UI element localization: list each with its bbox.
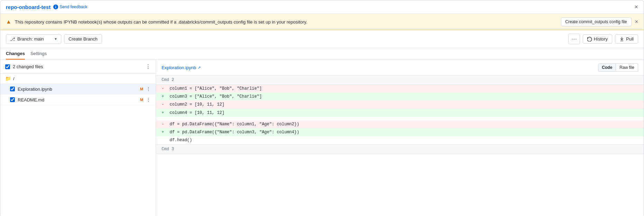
header: repo-onboard-test Send feedback × — [0, 0, 644, 14]
diff-prefix — [162, 137, 167, 144]
external-link-icon: ↗ — [198, 65, 201, 70]
file-more-exploration[interactable]: ⋮ — [146, 86, 151, 92]
toolbar: ⎇ Branch: main ▼ Create Branch ⋯ History… — [0, 30, 644, 48]
chevron-down-icon: ▼ — [54, 37, 57, 41]
pull-label: Pull — [626, 36, 634, 42]
file-checkbox-readme[interactable] — [10, 97, 15, 102]
diff-text: column3 = ["Alice", "Bob", "Charlie"] — [167, 93, 262, 100]
diff-text: column4 = [10, 11, 12] — [167, 110, 225, 116]
tab-changes[interactable]: Changes — [6, 48, 25, 60]
create-branch-button[interactable]: Create Branch — [64, 34, 102, 44]
send-feedback-label: Send feedback — [60, 4, 87, 9]
banner-close-button[interactable]: × — [635, 19, 638, 25]
diff-prefix: - — [162, 86, 167, 92]
main-window: repo-onboard-test Send feedback × ▲ This… — [0, 0, 644, 216]
history-label: History — [594, 36, 608, 42]
diff-line: + column3 = ["Alice", "Bob", "Charlie"] — [156, 93, 644, 101]
diff-content: Cmd 2 - column1 = ["Alice", "Bob", "Char… — [156, 75, 644, 154]
diff-prefix: + — [162, 110, 167, 116]
tab-settings[interactable]: Settings — [30, 48, 47, 60]
diff-line: df.head() — [156, 136, 644, 144]
branch-icon: ⎇ — [10, 36, 15, 42]
diff-text: column2 = [10, 11, 12] — [167, 101, 225, 108]
diff-prefix: + — [162, 93, 167, 100]
folder-row: 📁 / — [0, 74, 156, 84]
diff-text: df = pd.DataFrame({"Name": column1, "Age… — [167, 121, 299, 128]
file-name-readme: README.md — [18, 97, 137, 102]
file-row-readme[interactable]: README.md M ⋮ — [0, 94, 156, 105]
left-panel: 2 changed files ⋮ 📁 / Exploration.ipynb … — [0, 60, 156, 216]
files-header: 2 changed files ⋮ — [0, 60, 156, 74]
raw-file-button[interactable]: Raw file — [616, 63, 638, 72]
repo-title: repo-onboard-test — [6, 4, 51, 10]
code-view-button[interactable]: Code — [598, 63, 616, 72]
diff-line: - column1 = ["Alice", "Bob", "Charlie"] — [156, 85, 644, 93]
diff-line: - column2 = [10, 11, 12] — [156, 101, 644, 109]
history-icon — [587, 37, 592, 42]
right-panel: Exploration.ipynb ↗ Code Raw file Cmd 2 … — [156, 60, 644, 216]
diff-actions: Code Raw file — [598, 63, 638, 72]
diff-line: - df = pd.DataFrame({"Name": column1, "A… — [156, 120, 644, 128]
send-feedback-link[interactable]: Send feedback — [53, 4, 87, 9]
file-row-exploration[interactable]: Exploration.ipynb M ⋮ — [0, 84, 156, 94]
file-badge-readme: M — [140, 98, 143, 102]
cmd3-label: Cmd 3 — [156, 144, 644, 154]
diff-file-name: Exploration.ipynb ↗ — [162, 65, 201, 70]
diff-prefix: + — [162, 129, 167, 136]
tabs: Changes Settings — [0, 48, 644, 60]
file-name-exploration: Exploration.ipynb — [18, 87, 137, 92]
diff-header: Exploration.ipynb ↗ Code Raw file — [156, 60, 644, 75]
warning-icon: ▲ — [6, 19, 11, 25]
select-all-checkbox[interactable] — [5, 64, 10, 69]
banner-message: This repository contains IPYNB notebook(… — [15, 19, 557, 25]
feedback-icon — [53, 4, 58, 9]
folder-label: / — [13, 76, 15, 81]
diff-line: + column4 = [10, 11, 12] — [156, 109, 644, 117]
diff-separator — [156, 117, 644, 120]
pull-icon — [619, 37, 624, 42]
diff-prefix: - — [162, 121, 167, 128]
main-content: 2 changed files ⋮ 📁 / Exploration.ipynb … — [0, 60, 644, 216]
file-checkbox-exploration[interactable] — [10, 87, 15, 91]
create-config-button[interactable]: Create commit_outputs config file — [561, 17, 632, 26]
branch-label: Branch: main — [17, 36, 44, 42]
file-more-readme[interactable]: ⋮ — [146, 97, 151, 102]
diff-text: df.head() — [167, 137, 192, 144]
diff-text: df = pd.DataFrame({"Name": column3, "Age… — [167, 129, 299, 136]
close-button[interactable]: × — [634, 4, 638, 10]
diff-line: + df = pd.DataFrame({"Name": column3, "A… — [156, 128, 644, 136]
pull-button[interactable]: Pull — [615, 34, 638, 44]
folder-icon: 📁 — [5, 76, 11, 81]
toolbar-right: ⋯ History Pull — [568, 34, 638, 44]
more-options-button[interactable]: ⋯ — [568, 34, 580, 44]
files-count: 2 changed files — [13, 64, 143, 69]
branch-selector[interactable]: ⎇ Branch: main ▼ — [6, 34, 61, 44]
files-more-button[interactable]: ⋮ — [145, 63, 151, 70]
file-badge-exploration: M — [140, 87, 143, 91]
diff-prefix: - — [162, 101, 167, 108]
cmd2-label: Cmd 2 — [156, 75, 644, 85]
diff-text: column1 = ["Alice", "Bob", "Charlie"] — [167, 86, 262, 92]
warning-banner: ▲ This repository contains IPYNB noteboo… — [0, 14, 644, 30]
history-button[interactable]: History — [583, 34, 612, 44]
